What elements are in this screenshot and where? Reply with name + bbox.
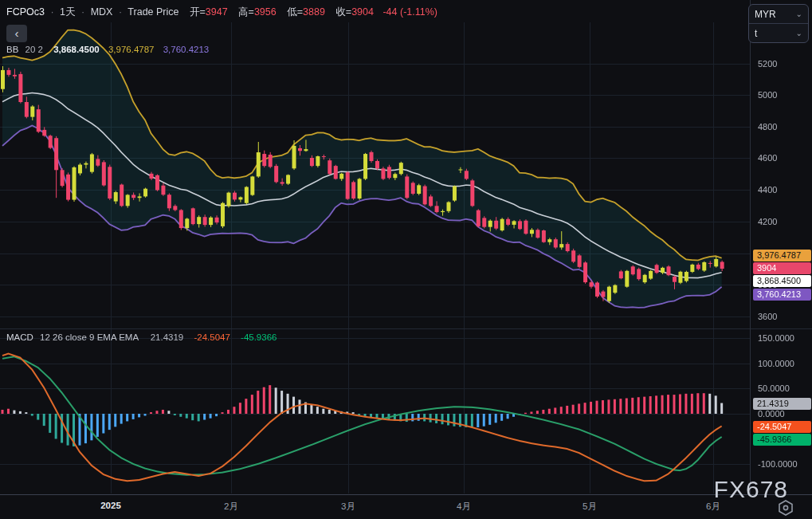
bb-indicator-legend[interactable]: BB 20 2 3,868.4500 3,976.4787 3,760.4213	[6, 45, 209, 54]
price-badge: 3,760.4213	[753, 289, 811, 301]
separator: ·	[81, 6, 84, 18]
macd-badge: -24.5047	[753, 421, 811, 433]
fx678-watermark: FX678	[714, 476, 788, 503]
time-label-2月: 2月	[224, 501, 238, 513]
price-tick-3600: 3600	[758, 312, 777, 321]
low-value: 3889	[303, 6, 325, 18]
time-label-2025: 2025	[100, 501, 121, 510]
macd-tick-100.0000: 100.0000	[758, 359, 794, 368]
change-value: -44 (-1.11%)	[382, 6, 437, 18]
macd-params: 12 26 close 9 EMA EMA	[40, 332, 138, 342]
price-tick-5200: 5200	[758, 59, 777, 69]
price-type-label: Trade Price	[127, 6, 178, 18]
interval-label[interactable]: 1天	[60, 6, 75, 18]
pane-divider[interactable]	[0, 328, 812, 329]
chevron-down-icon: ⌄	[796, 10, 802, 18]
high-value: 3956	[254, 6, 277, 18]
chart-canvas[interactable]	[0, 0, 750, 494]
macd-badge: 21.4319	[753, 398, 811, 410]
bb-name: BB	[6, 45, 18, 54]
separator: ·	[50, 6, 53, 18]
unit-select[interactable]: t ⌄	[749, 23, 808, 42]
exchange-label: MDX	[91, 6, 113, 18]
scale-selectors: MYR ⌄ t ⌄	[748, 4, 809, 43]
macd-indicator-legend[interactable]: MACD 12 26 close 9 EMA EMA 21.4319 -24.5…	[6, 332, 277, 342]
bb-basis-value: 3,868.4500	[53, 45, 100, 54]
price-tick-4600: 4600	[758, 153, 777, 163]
price-tick-5000: 5000	[758, 90, 777, 100]
bb-params: 20 2	[25, 45, 43, 54]
macd-hist-value: 21.4319	[151, 332, 184, 342]
price-badge: 3904	[753, 262, 811, 274]
open-value: 3947	[206, 6, 228, 18]
price-axis[interactable]: 520050004800460044004200400038003600150.…	[750, 0, 812, 494]
high-label: 高=	[238, 6, 254, 18]
bb-upper-value: 3,976.4787	[108, 45, 155, 54]
macd-tick-0.0000: 0.0000	[758, 409, 785, 419]
currency-select[interactable]: MYR ⌄	[749, 5, 808, 23]
macd-tick--100.0000: -100.0000	[758, 459, 798, 469]
macd-tick-150.0000: 150.0000	[758, 333, 794, 343]
bb-lower-value: 3,760.4213	[163, 45, 210, 54]
close-value: 3904	[351, 6, 374, 18]
price-tick-4400: 4400	[758, 185, 777, 195]
currency-value: MYR	[755, 9, 776, 20]
price-tick-4200: 4200	[758, 217, 777, 226]
low-label: 低=	[287, 6, 303, 18]
unit-value: t	[755, 28, 757, 39]
macd-badge: -45.9366	[753, 434, 811, 446]
symbol-header: FCPOc3 · 1天 · MDX · Trade Price 开=3947 高…	[6, 6, 437, 19]
price-badge: 3,976.4787	[753, 250, 811, 261]
macd-signal-value: -45.9366	[241, 332, 277, 342]
trading-app: FCPOc3 · 1天 · MDX · Trade Price 开=3947 高…	[0, 0, 812, 519]
time-axis[interactable]: 20252月3月4月5月6月	[0, 494, 812, 519]
time-label-3月: 3月	[341, 501, 355, 513]
macd-line-value: -24.5047	[194, 332, 229, 342]
close-label: 收=	[335, 6, 351, 18]
price-badge: 3,868.4500	[753, 275, 811, 287]
chevron-down-icon: ⌄	[796, 29, 802, 37]
macd-tick-50.0000: 50.0000	[758, 383, 790, 393]
separator: ·	[119, 6, 122, 18]
back-button[interactable]: ‹	[6, 25, 27, 42]
open-label: 开=	[190, 6, 206, 18]
macd-name: MACD	[6, 332, 33, 342]
symbol-name[interactable]: FCPOc3	[6, 6, 45, 18]
time-label-5月: 5月	[583, 501, 597, 513]
time-label-4月: 4月	[457, 501, 471, 513]
price-tick-4800: 4800	[758, 122, 777, 132]
